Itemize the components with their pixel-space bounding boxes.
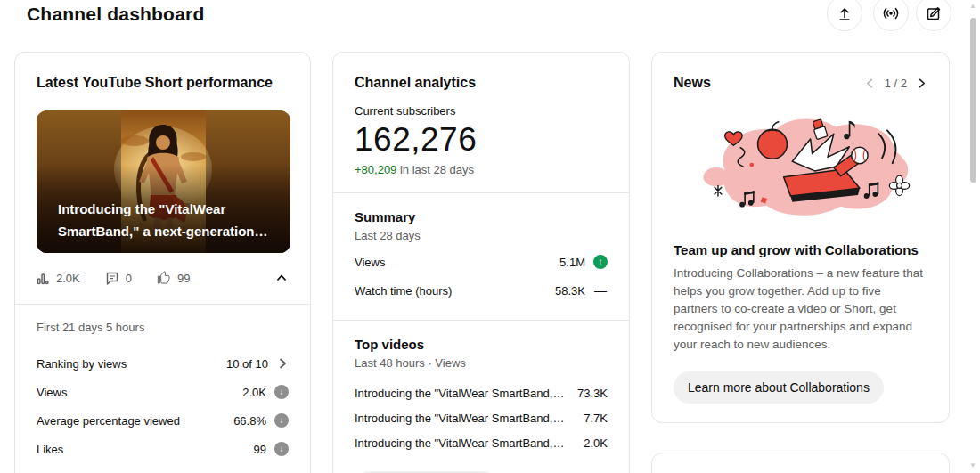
subscribers-delta: +80,209 in last 28 days [355,163,608,177]
chevron-right-icon[interactable] [276,357,289,370]
metric-label: Views [355,256,385,269]
metric-row-views: Views 2.0K ↓ [37,378,289,406]
upload-video-button[interactable] [827,0,862,31]
divider [15,304,310,305]
top-videos-list: Introducing the "VitalWear SmartBand," a… [355,380,608,455]
create-edit-icon [925,4,943,22]
video-row[interactable]: Introducing the "VitalWear SmartBand," a… [355,430,608,455]
pager-next-icon[interactable] [916,77,927,89]
metric-label: Ranking by views [37,357,127,371]
scroll-up-icon[interactable]: ▲ [969,3,976,10]
go-live-icon [882,4,900,22]
metric-value: 99 [254,443,266,456]
video-views: 73.3K [577,387,608,400]
metric-value: 66.8% [233,414,266,428]
video-title: Introducing the "VitalWear SmartBand," a… [355,436,567,450]
metric-value: 10 of 10 [226,357,268,371]
learn-more-collaborations-button[interactable]: Learn more about Collaborations [674,371,884,404]
thumbs-up-icon [157,271,171,285]
scroll-down-icon[interactable]: ▼ [969,462,976,469]
metric-value: 58.3K [555,284,585,298]
divider [333,320,629,321]
video-title: Introducing the "VitalWear SmartBand," a… [355,412,567,425]
subscribers-count: 162,276 [355,120,608,159]
news-pager: 1 / 2 [864,77,927,90]
divider [333,192,629,193]
metric-label: Likes [37,443,63,456]
metric-label: Views [37,386,67,399]
create-button[interactable] [916,0,951,31]
summary-list: Views 5.1M ↑ Watch time (hours) 58.3K — [355,248,608,305]
metric-row-likes: Likes 99 ↓ [37,435,289,463]
go-live-button[interactable] [873,0,909,31]
comment-icon [105,271,119,285]
summary-row-views: Views 5.1M ↑ [355,248,608,276]
analytics-bars-icon [37,272,50,285]
subscribers-label: Current subscribers [355,104,608,118]
news-title: News [674,74,711,92]
delta-period: in last 28 days [396,163,474,176]
top-videos-subtitle: Last 48 hours · Views [355,355,608,371]
trend-down-icon[interactable]: ↓ [274,413,289,428]
metric-row-ranking[interactable]: Ranking by views 10 of 10 [37,349,289,378]
page-title: Channel dashboard [27,4,204,25]
card-title: Latest YouTube Short performance [37,74,289,92]
news-headline: Team up and grow with Collaborations [674,241,927,259]
scrollbar-thumb[interactable] [970,18,976,183]
comments-stat: 0 [105,271,132,285]
metric-row-avg-percentage: Average percentage viewed 66.8% ↓ [37,406,289,435]
trend-up-icon: ↑ [593,255,608,269]
news-card: News 1 / 2 [651,52,950,423]
news-body: Introducing Collaborations – a new featu… [674,265,927,354]
pager-prev-icon[interactable] [864,77,876,89]
card-title: Channel analytics [355,74,608,92]
summary-row-watch-time: Watch time (hours) 58.3K — [355,276,608,305]
video-row[interactable]: Introducing the "VitalWear SmartBand," a… [355,405,608,430]
delta-positive: +80,209 [355,163,396,176]
metric-value: 5.1M [559,256,585,269]
video-title: Introducing the "VitalWear SmartBand," a… [355,387,567,400]
trend-down-icon[interactable]: ↓ [274,442,289,456]
thumbnail-title: Introducing the "VitalWear SmartBand," a… [58,198,268,242]
scrollbar[interactable]: ▲ ▼ [968,0,980,473]
channel-analytics-card: Channel analytics Current subscribers 16… [332,52,630,473]
views-stat: 2.0K [37,272,80,285]
next-card-partial [651,453,950,473]
latest-short-performance-card: Latest YouTube Short performance [14,52,311,473]
collaborations-illustration [674,108,927,229]
short-thumbnail[interactable]: Introducing the "VitalWear SmartBand," a… [37,110,290,253]
short-stats-row: 2.0K 0 99 [37,267,289,289]
trend-down-icon[interactable]: ↓ [274,385,289,399]
upload-icon [836,4,853,22]
period-label: First 21 days 5 hours [37,321,289,335]
metric-label: Watch time (hours) [355,284,452,298]
pager-count: 1 / 2 [885,77,907,90]
summary-title: Summary [355,208,608,226]
video-row[interactable]: Introducing the "VitalWear SmartBand," a… [355,380,608,405]
metric-value: 2.0K [242,386,266,399]
trend-flat-icon: — [593,283,608,298]
video-views: 2.0K [584,436,608,450]
short-metric-list: Ranking by views 10 of 10 Views 2.0K ↓ A… [37,349,289,463]
video-views: 7.7K [584,412,608,425]
summary-subtitle: Last 28 days [355,228,608,244]
likes-stat: 99 [157,271,190,285]
top-videos-title: Top videos [355,336,608,354]
metric-label: Average percentage viewed [37,414,180,428]
collapse-chevron-up-icon[interactable] [274,271,289,285]
